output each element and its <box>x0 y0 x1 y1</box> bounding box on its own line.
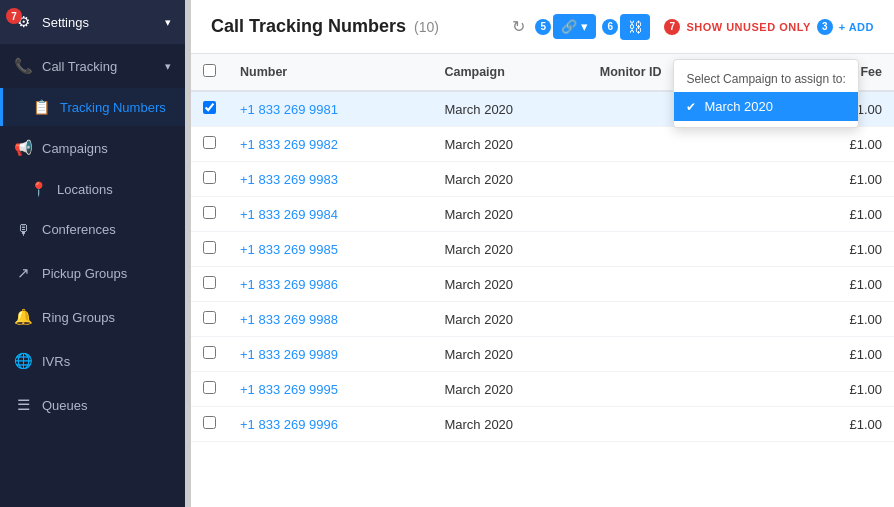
row-number[interactable]: +1 833 269 9995 <box>228 372 432 407</box>
row-checkbox[interactable] <box>203 171 216 184</box>
table-row: +1 833 269 9995 March 2020 £1.00 <box>191 372 894 407</box>
row-monitor-id <box>588 127 732 162</box>
table-row: +1 833 269 9989 March 2020 £1.00 <box>191 337 894 372</box>
row-checkbox-cell[interactable] <box>191 302 228 337</box>
row-monitor-id <box>588 337 732 372</box>
row-fee: £1.00 <box>732 162 894 197</box>
sidebar-item-locations[interactable]: 📍 Locations <box>0 170 185 208</box>
row-checkbox-cell[interactable] <box>191 197 228 232</box>
sidebar-item-locations-label: Locations <box>57 182 113 197</box>
row-number[interactable]: +1 833 269 9986 <box>228 267 432 302</box>
row-checkbox[interactable] <box>203 416 216 429</box>
row-checkbox-cell[interactable] <box>191 232 228 267</box>
dropdown-option-label: March 2020 <box>704 99 773 114</box>
row-fee: £1.00 <box>732 372 894 407</box>
unlink-button[interactable]: ⛓ <box>620 14 650 40</box>
add-button[interactable]: + ADD <box>839 21 874 33</box>
sidebar-item-pickup-groups-label: Pickup Groups <box>42 266 171 281</box>
assign-campaign-button[interactable]: 🔗 ▾ <box>553 14 596 39</box>
row-checkbox-cell[interactable] <box>191 407 228 442</box>
row-fee: £1.00 <box>732 302 894 337</box>
refresh-button[interactable]: ↻ <box>508 13 529 40</box>
row-fee: £1.00 <box>732 267 894 302</box>
show-unused-label: SHOW UNUSED ONLY <box>686 21 810 33</box>
row-checkbox[interactable] <box>203 206 216 219</box>
sidebar-item-queues-label: Queues <box>42 398 171 413</box>
table-body: +1 833 269 9981 March 2020 £1.00 +1 833 … <box>191 91 894 442</box>
sidebar-item-call-tracking[interactable]: 📞 Call Tracking ▾ <box>0 44 185 88</box>
table-row: +1 833 269 9986 March 2020 £1.00 <box>191 267 894 302</box>
sidebar-item-settings[interactable]: 7 ⚙ Settings ▾ <box>0 0 185 44</box>
row-monitor-id <box>588 372 732 407</box>
row-checkbox-cell[interactable] <box>191 162 228 197</box>
sidebar-item-ring-groups-label: Ring Groups <box>42 310 171 325</box>
sidebar-item-campaigns[interactable]: 📢 Campaigns <box>0 126 185 170</box>
plus-icon: + <box>839 21 846 33</box>
row-checkbox[interactable] <box>203 381 216 394</box>
record-count: (10) <box>414 19 439 35</box>
row-fee: £1.00 <box>732 232 894 267</box>
row-checkbox[interactable] <box>203 136 216 149</box>
conferences-icon: 🎙 <box>14 221 32 238</box>
col-number: Number <box>228 54 432 91</box>
sidebar-item-tracking-numbers[interactable]: 📋 Tracking Numbers <box>0 88 185 126</box>
sidebar: 7 ⚙ Settings ▾ 📞 Call Tracking ▾ 📋 Track… <box>0 0 185 507</box>
ring-groups-icon: 🔔 <box>14 308 32 326</box>
row-checkbox-cell[interactable] <box>191 91 228 127</box>
row-number[interactable]: +1 833 269 9989 <box>228 337 432 372</box>
row-monitor-id <box>588 267 732 302</box>
row-checkbox[interactable] <box>203 241 216 254</box>
pickup-groups-icon: ↗ <box>14 264 32 282</box>
row-fee: £1.00 <box>732 337 894 372</box>
show-unused-button[interactable]: SHOW UNUSED ONLY <box>686 21 810 33</box>
row-monitor-id <box>588 197 732 232</box>
select-all-header[interactable] <box>191 54 228 91</box>
row-checkbox-cell[interactable] <box>191 337 228 372</box>
row-campaign: March 2020 <box>432 302 587 337</box>
row-number[interactable]: +1 833 269 9984 <box>228 197 432 232</box>
table-row: +1 833 269 9982 March 2020 £1.00 <box>191 127 894 162</box>
dropdown-title: Select Campaign to assign to: <box>674 66 857 92</box>
add-label: ADD <box>849 21 874 33</box>
select-all-checkbox[interactable] <box>203 64 216 77</box>
row-checkbox[interactable] <box>203 276 216 289</box>
sidebar-item-pickup-groups[interactable]: ↗ Pickup Groups <box>0 251 185 295</box>
sidebar-item-ivrs-label: IVRs <box>42 354 171 369</box>
row-campaign: March 2020 <box>432 337 587 372</box>
row-fee: £1.00 <box>732 197 894 232</box>
sidebar-item-campaigns-label: Campaigns <box>42 141 171 156</box>
row-number[interactable]: +1 833 269 9985 <box>228 232 432 267</box>
badge-3: 3 <box>817 19 833 35</box>
row-campaign: March 2020 <box>432 232 587 267</box>
sidebar-item-ring-groups[interactable]: 🔔 Ring Groups <box>0 295 185 339</box>
locations-icon: 📍 <box>30 181 47 197</box>
table-row: +1 833 269 9984 March 2020 £1.00 <box>191 197 894 232</box>
row-checkbox-cell[interactable] <box>191 372 228 407</box>
page-title: Call Tracking Numbers <box>211 16 406 37</box>
row-campaign: March 2020 <box>432 407 587 442</box>
row-campaign: March 2020 <box>432 267 587 302</box>
row-number[interactable]: +1 833 269 9996 <box>228 407 432 442</box>
row-number[interactable]: +1 833 269 9981 <box>228 91 432 127</box>
row-number[interactable]: +1 833 269 9983 <box>228 162 432 197</box>
row-checkbox[interactable] <box>203 311 216 324</box>
sidebar-item-call-tracking-label: Call Tracking <box>42 59 165 74</box>
row-fee: £1.00 <box>732 127 894 162</box>
badge-6: 6 <box>602 19 618 35</box>
dropdown-option-march2020[interactable]: ✔ March 2020 <box>674 92 857 121</box>
row-checkbox[interactable] <box>203 101 216 114</box>
sidebar-item-conferences[interactable]: 🎙 Conferences <box>0 208 185 251</box>
main-content: Call Tracking Numbers (10) ↻ 5 🔗 ▾ 6 ⛓ S… <box>191 0 894 507</box>
table-row: +1 833 269 9983 March 2020 £1.00 <box>191 162 894 197</box>
row-number[interactable]: +1 833 269 9982 <box>228 127 432 162</box>
link-icon: 🔗 <box>561 19 577 34</box>
row-monitor-id <box>588 302 732 337</box>
row-checkbox-cell[interactable] <box>191 127 228 162</box>
row-monitor-id <box>588 407 732 442</box>
row-checkbox-cell[interactable] <box>191 267 228 302</box>
sidebar-item-ivrs[interactable]: 🌐 IVRs <box>0 339 185 383</box>
row-checkbox[interactable] <box>203 346 216 359</box>
table-row: +1 833 269 9996 March 2020 £1.00 <box>191 407 894 442</box>
row-number[interactable]: +1 833 269 9988 <box>228 302 432 337</box>
sidebar-item-queues[interactable]: ☰ Queues <box>0 383 185 427</box>
